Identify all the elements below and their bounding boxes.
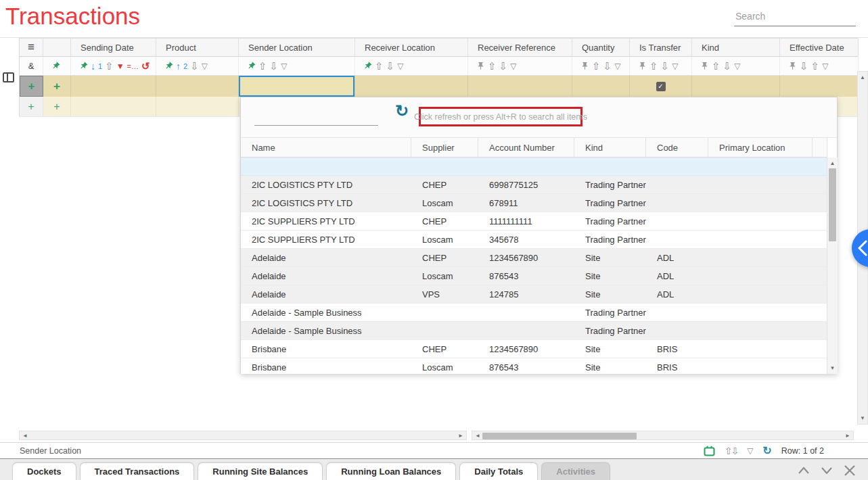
filter-cell-quantity[interactable]: ⇧⇩▽ bbox=[572, 57, 630, 75]
filter-icon[interactable]: ▽ bbox=[510, 62, 516, 71]
sort-up-icon[interactable]: ⇧ bbox=[811, 61, 820, 71]
pin-outline-icon[interactable] bbox=[476, 62, 485, 70]
tab-running-site-balances[interactable]: Running Site Balances bbox=[198, 462, 323, 480]
scroll-left-icon[interactable]: ◄ bbox=[22, 433, 28, 439]
cell-pin-column[interactable]: + bbox=[43, 76, 71, 97]
sort-up-icon[interactable]: ⇧ bbox=[712, 61, 721, 71]
popup-column-header-code[interactable]: Code bbox=[646, 138, 708, 157]
popup-row-8[interactable]: Adelaide - Sample BusinessTrading Partne… bbox=[241, 304, 827, 322]
popup-row-11[interactable]: BrisbaneLoscam876543SiteBRIS bbox=[241, 358, 827, 374]
is-transfer-checkbox[interactable]: ✓ bbox=[656, 82, 666, 91]
scrollbar-thumb[interactable] bbox=[482, 433, 637, 439]
sort-down-icon[interactable]: ⇩ bbox=[800, 61, 808, 71]
cell-pin-column[interactable]: + bbox=[43, 97, 71, 116]
column-header-effective-date[interactable]: Effective Date bbox=[780, 39, 859, 56]
sort-down-icon[interactable]: ⇩ bbox=[386, 61, 395, 71]
sort-icon[interactable]: ⇧⇩ bbox=[725, 446, 737, 456]
popup-row-3[interactable]: 2IC SUPPLIERS PTY LTDCHEP1111111111Tradi… bbox=[241, 212, 827, 231]
popup-row-0[interactable] bbox=[241, 158, 827, 176]
column-chooser-icon[interactable]: ≡ bbox=[28, 41, 35, 54]
filter-icon[interactable]: ▽ bbox=[397, 62, 403, 71]
cell-sending-date[interactable] bbox=[71, 97, 156, 116]
pin-outline-icon[interactable] bbox=[788, 62, 797, 70]
popup-row-10[interactable]: BrisbaneCHEP1234567890SiteBRIS bbox=[241, 340, 827, 358]
column-header-product[interactable]: Product bbox=[156, 39, 239, 56]
filter-cell-sending-date[interactable]: ↓1⇧▼=…↺ bbox=[71, 57, 156, 75]
focused-cell[interactable] bbox=[239, 76, 355, 97]
filter-cell-row-indicator[interactable]: & bbox=[20, 57, 43, 75]
popup-search-input[interactable] bbox=[254, 107, 378, 126]
sort-down-icon[interactable]: ⇩ bbox=[723, 61, 732, 71]
pin-outline-icon[interactable] bbox=[700, 62, 709, 70]
column-header-receiver-reference[interactable]: Receiver Reference bbox=[468, 39, 572, 56]
cell-quantity[interactable] bbox=[572, 76, 630, 97]
close-icon[interactable] bbox=[843, 464, 856, 477]
tab-running-loan-balances[interactable]: Running Loan Balances bbox=[326, 462, 456, 480]
monitor-icon[interactable] bbox=[704, 446, 715, 456]
tab-dockets[interactable]: Dockets bbox=[12, 462, 76, 480]
horizontal-scrollbar-right[interactable]: ◄ ► bbox=[472, 431, 854, 440]
filter-cell-is-transfer[interactable]: ⇧⇩▽ bbox=[630, 57, 692, 75]
sort-up-icon[interactable]: ⇧ bbox=[105, 61, 114, 71]
column-header-row-indicator[interactable]: ≡ bbox=[20, 39, 43, 56]
filter-icon[interactable]: ▽ bbox=[747, 446, 753, 456]
chevron-down-icon[interactable] bbox=[820, 464, 833, 477]
popup-row-7[interactable]: AdelaideVPS124785SiteADL bbox=[241, 285, 827, 304]
sort-down-icon[interactable]: ⇩ bbox=[190, 61, 199, 71]
filter-icon[interactable]: ▽ bbox=[822, 62, 828, 71]
sort-up-icon[interactable]: ⇧ bbox=[649, 61, 658, 71]
search-input[interactable] bbox=[734, 8, 856, 26]
sort-down-icon[interactable]: ⇩ bbox=[499, 61, 508, 71]
column-header-kind[interactable]: Kind bbox=[692, 39, 780, 56]
sort-up-icon[interactable]: ⇧ bbox=[488, 61, 497, 71]
filter-icon[interactable]: ▽ bbox=[734, 62, 740, 71]
collapse-panel-button[interactable] bbox=[852, 229, 868, 267]
popup-row-1[interactable]: 2IC LOGISTICS PTY LTDCHEP6998775125Tradi… bbox=[241, 176, 827, 194]
popup-column-header-account[interactable]: Account Number bbox=[478, 138, 574, 157]
filter-cell-effective-date[interactable]: ⇩⇧▽ bbox=[780, 57, 859, 75]
pin-outline-icon[interactable] bbox=[580, 62, 589, 70]
sort-down-icon[interactable]: ⇩ bbox=[603, 61, 612, 71]
filter-icon[interactable]: ▽ bbox=[281, 62, 287, 71]
cell-effective-date[interactable] bbox=[780, 76, 859, 97]
cell-receiver-reference[interactable] bbox=[468, 76, 572, 97]
filter-icon[interactable]: ▽ bbox=[202, 62, 208, 71]
popup-row-4[interactable]: 2IC SUPPLIERS PTY LTDLoscam345678Trading… bbox=[241, 231, 827, 249]
column-header-receiver-location[interactable]: Receiver Location bbox=[355, 39, 468, 56]
filter-cell-sender-location[interactable]: ⇧⇩▽ bbox=[239, 57, 355, 75]
pin-icon[interactable] bbox=[77, 59, 89, 72]
refresh-icon[interactable]: ↻ bbox=[395, 103, 409, 119]
sort-down-icon[interactable]: ⇩ bbox=[661, 61, 670, 71]
popup-column-header-primary[interactable]: Primary Location bbox=[708, 138, 813, 157]
vertical-scrollbar-popup[interactable]: ▲ ▼ bbox=[827, 158, 838, 374]
popup-row-9[interactable]: Adelaide - Sample BusinessTrading Partne… bbox=[241, 322, 827, 340]
scroll-left-icon[interactable]: ◄ bbox=[475, 433, 480, 439]
popup-row-6[interactable]: AdelaideLoscam876543SiteADL bbox=[241, 267, 827, 285]
pin-icon[interactable] bbox=[245, 59, 257, 72]
filter-icon[interactable]: ▽ bbox=[614, 62, 620, 71]
pin-outline-icon[interactable] bbox=[638, 62, 647, 70]
scroll-down-icon[interactable]: ▼ bbox=[860, 415, 865, 421]
pin-icon[interactable] bbox=[361, 59, 373, 72]
popup-row-2[interactable]: 2IC LOGISTICS PTY LTDLoscam678911Trading… bbox=[241, 194, 827, 212]
filter-cell-pin-column[interactable] bbox=[43, 57, 71, 75]
grid-data-row-1[interactable]: ++✓ bbox=[19, 76, 858, 97]
cell-sending-date[interactable] bbox=[71, 76, 156, 97]
scrollbar-thumb[interactable] bbox=[829, 168, 836, 241]
filter-operator-icon[interactable]: & bbox=[28, 61, 35, 71]
popup-column-header-kind[interactable]: Kind bbox=[574, 138, 646, 157]
scroll-up-icon[interactable]: ▲ bbox=[860, 74, 865, 80]
column-header-sending-date[interactable]: Sending Date bbox=[71, 39, 156, 56]
scroll-right-icon[interactable]: ► bbox=[458, 433, 463, 439]
tab-daily-totals[interactable]: Daily Totals bbox=[459, 462, 538, 480]
cell-is-transfer[interactable]: ✓ bbox=[630, 76, 692, 97]
tab-traced-transactions[interactable]: Traced Transactions bbox=[80, 462, 195, 480]
sort-up-icon[interactable]: ⇧ bbox=[258, 61, 267, 71]
side-panel-icon[interactable] bbox=[3, 72, 14, 82]
pin-icon[interactable] bbox=[49, 59, 62, 72]
popup-row-5[interactable]: AdelaideCHEP1234567890SiteADL bbox=[241, 249, 827, 267]
sort-descending-icon[interactable]: ↓ bbox=[91, 62, 95, 71]
filter-condition-label[interactable]: =… bbox=[127, 62, 139, 70]
reset-filter-icon[interactable]: ↺ bbox=[141, 61, 150, 71]
popup-column-header-supplier[interactable]: Supplier bbox=[411, 138, 478, 157]
